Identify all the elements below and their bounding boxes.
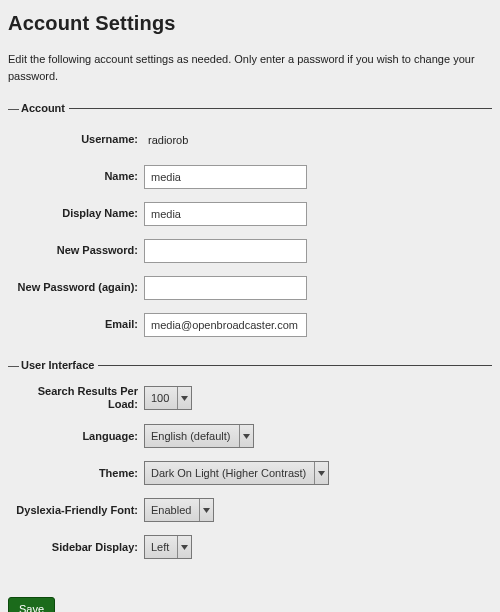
account-legend: Account (21, 102, 65, 114)
dyslexia-font-value: Enabled (145, 504, 199, 516)
dyslexia-font-label: Dyslexia-Friendly Font: (8, 504, 144, 517)
account-fieldset: — Account Username: radiorob Name: Displ… (8, 102, 492, 337)
ui-fieldset: — User Interface Search Results Per Load… (8, 359, 492, 559)
account-legend-row: — Account (8, 102, 492, 114)
name-input[interactable] (144, 165, 307, 189)
legend-line (69, 108, 492, 109)
sidebar-display-label: Sidebar Display: (8, 541, 144, 554)
email-label: Email: (8, 318, 144, 331)
email-input[interactable] (144, 313, 307, 337)
chevron-down-icon (177, 536, 191, 558)
legend-dash: — (8, 359, 19, 371)
ui-legend: User Interface (21, 359, 94, 371)
username-value: radiorob (144, 134, 188, 146)
page-title: Account Settings (8, 12, 492, 35)
results-per-load-label: Search Results Per Load: (8, 385, 144, 411)
chevron-down-icon (239, 425, 253, 447)
results-per-load-value: 100 (145, 392, 177, 404)
sidebar-display-select[interactable]: Left (144, 535, 192, 559)
page-description: Edit the following account settings as n… (8, 51, 492, 84)
chevron-down-icon (177, 387, 191, 409)
name-label: Name: (8, 170, 144, 183)
legend-dash: — (8, 102, 19, 114)
new-password-label: New Password: (8, 244, 144, 257)
display-name-label: Display Name: (8, 207, 144, 220)
results-per-load-select[interactable]: 100 (144, 386, 192, 410)
language-select[interactable]: English (default) (144, 424, 254, 448)
username-label: Username: (8, 133, 144, 146)
theme-label: Theme: (8, 467, 144, 480)
new-password-again-label: New Password (again): (8, 281, 144, 294)
language-label: Language: (8, 430, 144, 443)
sidebar-display-value: Left (145, 541, 177, 553)
chevron-down-icon (314, 462, 328, 484)
theme-select[interactable]: Dark On Light (Higher Contrast) (144, 461, 329, 485)
legend-line (98, 365, 492, 366)
chevron-down-icon (199, 499, 213, 521)
language-value: English (default) (145, 430, 239, 442)
theme-value: Dark On Light (Higher Contrast) (145, 467, 314, 479)
display-name-input[interactable] (144, 202, 307, 226)
save-button[interactable]: Save (8, 597, 55, 612)
new-password-input[interactable] (144, 239, 307, 263)
new-password-again-input[interactable] (144, 276, 307, 300)
ui-legend-row: — User Interface (8, 359, 492, 371)
dyslexia-font-select[interactable]: Enabled (144, 498, 214, 522)
